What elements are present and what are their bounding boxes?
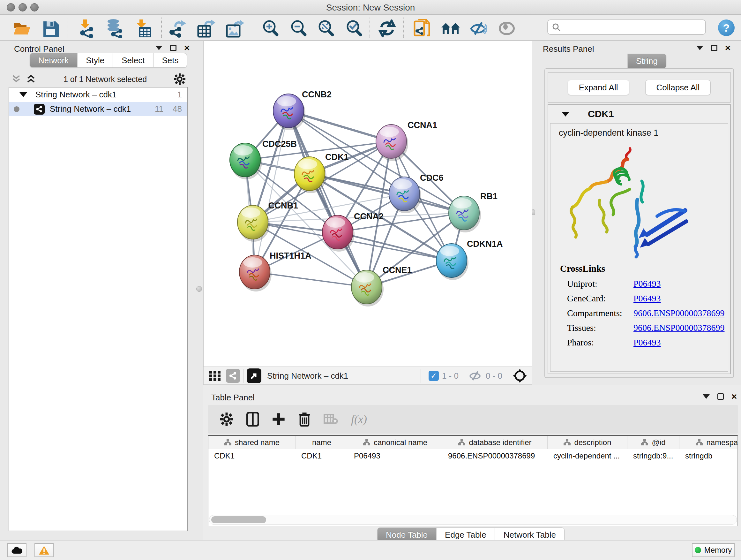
crosslink-link[interactable]: P06493 xyxy=(633,294,661,304)
warnings-button[interactable] xyxy=(35,543,54,557)
network-node-ccna1[interactable]: CCNA1 xyxy=(376,120,437,161)
gene-name: CDK1 xyxy=(588,109,614,119)
delete-column-icon[interactable] xyxy=(298,412,311,427)
column-header--id[interactable]: @id xyxy=(627,436,679,449)
crosslink-link[interactable]: P06493 xyxy=(633,337,661,348)
expand-all-icon[interactable] xyxy=(26,74,37,84)
column-header-shared-name[interactable]: shared name xyxy=(208,436,295,449)
column-header-canonical-name[interactable]: canonical name xyxy=(348,436,442,449)
node-label: CDC6 xyxy=(420,173,444,183)
network-view-canvas[interactable]: CCNB2CCNA1CDC25BCDK1CDC6RB1CCNB1CCNA2CDK… xyxy=(203,41,532,367)
network-node-ccnb1[interactable]: CCNB1 xyxy=(238,201,298,242)
status-bar: Memory xyxy=(0,540,741,560)
gene-details: cyclin-dependent kinase 1 xyxy=(550,123,728,372)
table-cell[interactable]: cyclin-dependent ... xyxy=(548,449,627,462)
column-header-database-identifier[interactable]: database identifier xyxy=(442,436,548,449)
table-horizontal-scrollbar[interactable] xyxy=(209,515,737,524)
table-cell[interactable]: CDK1 xyxy=(208,449,295,462)
help-button[interactable]: ? xyxy=(718,19,735,36)
toolbar-separator xyxy=(68,17,68,38)
panel-menu-icon[interactable] xyxy=(696,46,703,50)
network-node-hist1h1a[interactable]: HIST1H1A xyxy=(239,251,312,292)
tab-network[interactable]: Network xyxy=(30,53,77,68)
crosslink-link[interactable]: P06493 xyxy=(633,279,661,289)
export-network-button[interactable] xyxy=(167,19,188,38)
close-panel-icon[interactable]: × xyxy=(184,45,190,51)
tab-sets[interactable]: Sets xyxy=(153,53,187,68)
float-panel-icon[interactable] xyxy=(718,393,724,400)
left-splitter-handle[interactable] xyxy=(196,286,202,292)
collection-expand-icon[interactable] xyxy=(19,92,27,97)
network-node-ccne1[interactable]: CCNE1 xyxy=(351,265,412,307)
export-table-button[interactable] xyxy=(196,19,216,38)
column-header-description[interactable]: description xyxy=(548,436,627,449)
network-graph[interactable]: CCNB2CCNA1CDC25BCDK1CDC6RB1CCNB1CCNA2CDK… xyxy=(204,41,532,367)
import-network-from-database-button[interactable] xyxy=(104,19,125,38)
network-node-ccnb2[interactable]: CCNB2 xyxy=(273,90,332,130)
table-settings-gear-icon[interactable] xyxy=(219,412,233,426)
detach-view-icon[interactable] xyxy=(247,368,261,383)
save-session-button[interactable] xyxy=(40,19,61,38)
node-table[interactable]: shared namenamecanonical namedatabase id… xyxy=(208,435,738,526)
float-panel-icon[interactable] xyxy=(170,45,177,51)
cloud-button[interactable] xyxy=(7,543,26,557)
network-node-cdc6[interactable]: CDC6 xyxy=(389,173,444,213)
column-header-name[interactable]: name xyxy=(295,436,348,449)
float-panel-icon[interactable] xyxy=(711,45,718,51)
network-node-cdk1[interactable]: CDK1 xyxy=(294,152,349,193)
gene-section: CDK1 cyclin-dependent kinase 1 xyxy=(548,104,731,374)
search-input[interactable] xyxy=(561,23,705,32)
tab-select[interactable]: Select xyxy=(113,53,153,68)
column-header-namespace[interactable]: namespace xyxy=(679,436,738,449)
expand-all-button[interactable]: Expand All xyxy=(568,80,629,95)
gear-icon[interactable] xyxy=(174,73,186,85)
close-panel-icon[interactable]: × xyxy=(731,393,737,400)
refresh-button[interactable] xyxy=(377,19,397,38)
table-row[interactable]: CDK1CDK1P064939606.ENSP00000378699cyclin… xyxy=(208,449,738,462)
collapse-all-button[interactable]: Collapse All xyxy=(645,80,711,95)
gene-section-header[interactable]: CDK1 xyxy=(548,105,730,123)
tab-style[interactable]: Style xyxy=(77,53,113,68)
section-collapse-icon[interactable] xyxy=(562,112,569,117)
selected-checkbox-icon[interactable]: ✓ xyxy=(428,371,439,381)
crosslink-link[interactable]: 9606.ENSP00000378699 xyxy=(633,323,724,333)
birds-eye-view-icon[interactable] xyxy=(512,368,528,383)
zoom-out-button[interactable] xyxy=(288,19,309,38)
grid-view-icon[interactable] xyxy=(209,369,221,382)
table-cell[interactable]: stringdb xyxy=(679,449,738,462)
import-table-from-file-button[interactable] xyxy=(133,19,153,38)
network-edge[interactable] xyxy=(288,111,367,287)
crosslink-link[interactable]: 9606.ENSP00000378699 xyxy=(633,308,724,318)
table-cell[interactable]: 9606.ENSP00000378699 xyxy=(442,449,548,462)
zoom-fit-button[interactable] xyxy=(316,19,336,38)
close-panel-icon[interactable]: × xyxy=(725,45,731,51)
search-box[interactable] xyxy=(547,19,706,35)
network-edge[interactable] xyxy=(255,111,288,272)
show-columns-icon[interactable] xyxy=(246,412,259,427)
export-network-icon xyxy=(168,19,187,38)
network-share-icon[interactable] xyxy=(226,369,240,383)
export-image-button[interactable] xyxy=(225,19,245,38)
import-network-from-file-button[interactable] xyxy=(76,19,96,38)
hide-selected-button[interactable] xyxy=(468,19,489,38)
collapse-all-icon[interactable] xyxy=(11,74,22,84)
network-collection-row[interactable]: String Network – cdk1 1 xyxy=(9,87,187,102)
panel-menu-icon[interactable] xyxy=(703,394,710,399)
network-row[interactable]: String Network – cdk1 11 48 xyxy=(9,102,187,116)
zoom-in-button[interactable] xyxy=(260,19,281,38)
panel-menu-icon[interactable] xyxy=(155,46,162,50)
scrollbar-thumb[interactable] xyxy=(211,516,266,523)
table-cell[interactable]: P06493 xyxy=(348,449,442,462)
network-node-rb1[interactable]: RB1 xyxy=(449,192,497,233)
table-cell[interactable]: stringdb:9... xyxy=(627,449,679,462)
show-all-button[interactable] xyxy=(496,19,517,38)
add-column-icon[interactable] xyxy=(272,413,285,426)
table-cell[interactable]: CDK1 xyxy=(295,449,348,462)
tab-string[interactable]: String xyxy=(627,54,666,68)
first-neighbors-button[interactable] xyxy=(441,19,461,38)
new-network-from-selection-button[interactable] xyxy=(412,19,432,38)
zoom-selected-button[interactable] xyxy=(344,19,364,38)
memory-button[interactable]: Memory xyxy=(692,543,735,557)
network-node-cdkn1a[interactable]: CDKN1A xyxy=(436,239,503,280)
open-session-button[interactable] xyxy=(11,19,32,38)
